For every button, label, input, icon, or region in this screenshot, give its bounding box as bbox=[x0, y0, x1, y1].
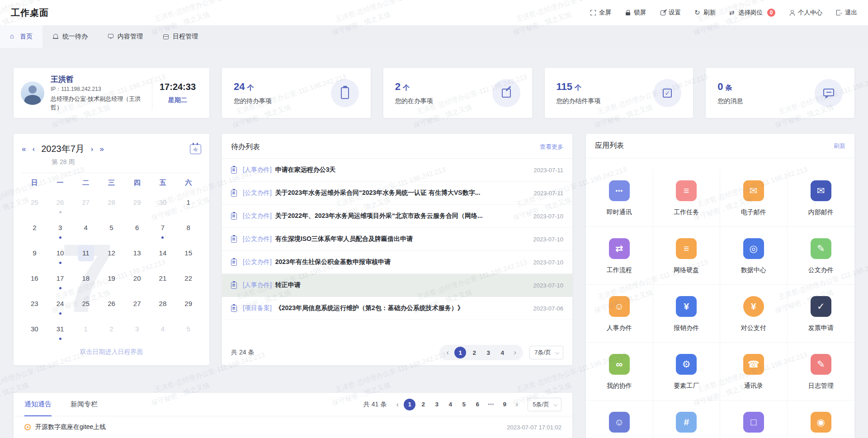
calendar-day[interactable]: 4 bbox=[150, 319, 176, 344]
calendar-day[interactable]: 15 bbox=[175, 243, 201, 268]
tab-home[interactable]: 首页 bbox=[0, 25, 42, 48]
calendar-day[interactable]: 29 bbox=[124, 192, 150, 217]
next-month-icon[interactable] bbox=[91, 145, 94, 153]
page-button[interactable]: 1 bbox=[404, 399, 415, 410]
calendar-day[interactable]: 30 bbox=[22, 319, 47, 344]
next-page-icon[interactable] bbox=[512, 399, 521, 410]
tab-todo[interactable]: 统一待办 bbox=[42, 25, 98, 48]
page-button[interactable]: 3 bbox=[482, 347, 494, 358]
calendar-day[interactable]: 21 bbox=[150, 268, 176, 293]
app-cell-contacts[interactable]: ☎通讯录 bbox=[720, 343, 788, 400]
calendar-day[interactable]: 23 bbox=[22, 293, 47, 319]
calendar-day[interactable]: 28 bbox=[150, 293, 176, 319]
header-action-job[interactable]: 选择岗位0 bbox=[729, 9, 775, 17]
calendar-day[interactable]: 26 bbox=[99, 293, 124, 319]
prev-year-icon[interactable] bbox=[22, 145, 26, 153]
page-size-select[interactable]: 7条/页 bbox=[529, 346, 563, 359]
calendar-day[interactable]: 1 bbox=[175, 192, 201, 217]
page-button[interactable]: 1 bbox=[454, 347, 466, 358]
app-cell-chat[interactable]: •••即时通讯 bbox=[586, 169, 653, 227]
today-icon[interactable] bbox=[190, 144, 201, 154]
calendar-day[interactable]: 18 bbox=[73, 268, 99, 293]
header-action-logout[interactable]: 退出 bbox=[836, 9, 857, 17]
next-year-icon[interactable] bbox=[99, 145, 104, 153]
app-cell-task[interactable]: ≡工作任务 bbox=[653, 169, 721, 227]
calendar-day[interactable]: 2 bbox=[99, 319, 124, 344]
app-cell-journal[interactable]: ✎日志管理 bbox=[788, 343, 855, 400]
calendar-day[interactable]: 5 bbox=[175, 319, 201, 344]
todo-item[interactable]: [公文办件]2023年有生社保公积金基数申报审核申请2023-07-10 bbox=[222, 251, 572, 274]
notice-item[interactable]: 开源数字底座在gitee上线2023-07-07 17:01:02 bbox=[24, 416, 561, 438]
notice-tab-announcements[interactable]: 通知通告 bbox=[24, 393, 52, 416]
page-button[interactable]: 5 bbox=[458, 399, 470, 410]
page-button[interactable]: 6 bbox=[472, 399, 483, 410]
app-cell-netdisk[interactable]: ≡网络硬盘 bbox=[653, 227, 721, 285]
app-cell-calculator[interactable]: # bbox=[653, 400, 721, 438]
next-page-icon[interactable] bbox=[510, 347, 519, 358]
app-cell-invoice[interactable]: ✓发票申请 bbox=[788, 285, 855, 343]
app-cell-document[interactable]: ✎公文办件 bbox=[788, 227, 855, 285]
app-cell-email[interactable]: ✉电子邮件 bbox=[720, 169, 788, 227]
calendar-day[interactable]: 17 bbox=[47, 268, 73, 293]
calendar-day[interactable]: 6 bbox=[124, 217, 150, 243]
calendar-day[interactable]: 4 bbox=[73, 217, 99, 243]
calendar-day[interactable]: 28 bbox=[99, 192, 124, 217]
calendar-day[interactable]: 27 bbox=[73, 192, 99, 217]
app-cell-reimburse[interactable]: ¥报销办件 bbox=[653, 285, 721, 343]
calendar-day[interactable]: 3 bbox=[124, 319, 150, 344]
header-action-fullscreen[interactable]: 全屏 bbox=[590, 9, 611, 17]
tab-schedule[interactable]: 日程管理 bbox=[153, 25, 208, 48]
apps-refresh-link[interactable]: 刷新 bbox=[834, 142, 845, 150]
calendar-day[interactable]: 16 bbox=[22, 268, 47, 293]
prev-page-icon[interactable] bbox=[443, 347, 452, 358]
page-button[interactable]: 4 bbox=[496, 347, 508, 358]
todo-item[interactable]: [人事办件]转正申请2023-07-10 bbox=[222, 274, 572, 297]
calendar-day[interactable]: 14 bbox=[150, 243, 176, 268]
calendar-day[interactable]: 2 bbox=[22, 217, 47, 243]
todo-item[interactable]: [人事办件]申请在家远程办公3天2023-07-11 bbox=[222, 159, 572, 182]
notice-tab-news[interactable]: 新闻专栏 bbox=[71, 393, 98, 416]
prev-page-icon[interactable] bbox=[393, 399, 402, 410]
prev-month-icon[interactable] bbox=[32, 145, 35, 153]
todo-item[interactable]: [公文办件]有生深境ISO三体系年审人员配合及牌匾借出申请2023-07-10 bbox=[222, 228, 572, 251]
calendar-day[interactable]: 10 bbox=[47, 243, 73, 268]
calendar-day[interactable]: 29 bbox=[175, 293, 201, 319]
header-action-refresh[interactable]: 刷新 bbox=[694, 9, 716, 17]
calendar-day[interactable]: 3 bbox=[47, 217, 73, 243]
calendar-day[interactable]: 20 bbox=[124, 268, 150, 293]
page-button[interactable]: 2 bbox=[417, 399, 429, 410]
app-cell-hr[interactable]: ☺人事办件 bbox=[586, 285, 653, 343]
page-button[interactable]: 9 bbox=[499, 399, 510, 410]
app-cell-payment[interactable]: ¥对公支付 bbox=[720, 285, 788, 343]
header-action-profile[interactable]: 个人中心 bbox=[789, 9, 822, 17]
header-action-settings[interactable]: 设置 bbox=[660, 9, 681, 17]
app-cell-workflow[interactable]: ⇄工作流程 bbox=[586, 227, 653, 285]
app-cell-internal-mail[interactable]: ✉内部邮件 bbox=[788, 169, 855, 227]
page-button[interactable]: 4 bbox=[444, 399, 456, 410]
app-cell-monitor[interactable]: □ bbox=[720, 400, 788, 438]
calendar-day[interactable]: 5 bbox=[99, 217, 124, 243]
view-more-link[interactable]: 查看更多 bbox=[540, 143, 563, 151]
app-cell-stamp[interactable]: ◉ bbox=[788, 400, 855, 438]
page-button[interactable]: 3 bbox=[431, 399, 443, 410]
calendar-day[interactable]: 25 bbox=[22, 192, 47, 217]
calendar-day[interactable]: 19 bbox=[99, 268, 124, 293]
page-button[interactable]: 2 bbox=[468, 347, 480, 358]
calendar-day[interactable]: 11 bbox=[73, 243, 99, 268]
app-cell-team[interactable]: ☺ bbox=[586, 400, 653, 438]
calendar-day[interactable]: 24 bbox=[47, 293, 73, 319]
notice-page-size-select[interactable]: 5条/页 bbox=[528, 398, 561, 411]
calendar-day[interactable]: 8 bbox=[175, 217, 201, 243]
calendar-day[interactable]: 13 bbox=[124, 243, 150, 268]
app-cell-data-center[interactable]: ◎数据中心 bbox=[720, 227, 788, 285]
pager-ellipsis[interactable]: ••• bbox=[485, 399, 497, 410]
todo-item[interactable]: [公文办件]关于2023年水务运维外采合同“2023年水务局统一认证 有生博大V… bbox=[222, 182, 572, 205]
calendar-day[interactable]: 27 bbox=[124, 293, 150, 319]
calendar-day[interactable]: 31 bbox=[47, 319, 73, 344]
calendar-day[interactable]: 9 bbox=[22, 243, 47, 268]
todo-item[interactable]: [项目备案]《2023年局信息系统运行维护（第2包：基础办公系统技术服务）》20… bbox=[222, 297, 572, 320]
todo-item[interactable]: [公文办件]关于2022年、2023年水务局运维项目外采“北京市政务云服务合同（… bbox=[222, 205, 572, 228]
app-cell-collab[interactable]: ∞我的协作 bbox=[586, 343, 653, 400]
calendar-day[interactable]: 26 bbox=[47, 192, 73, 217]
calendar-day[interactable]: 1 bbox=[73, 319, 99, 344]
